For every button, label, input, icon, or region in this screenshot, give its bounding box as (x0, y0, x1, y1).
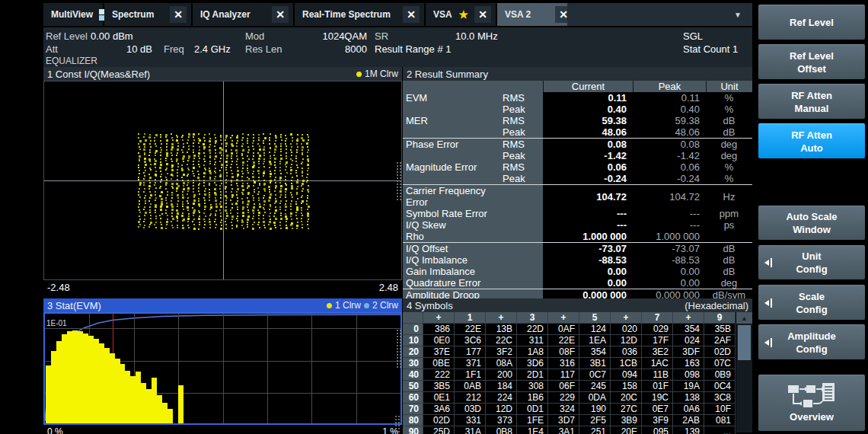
symbols-scrollbar[interactable]: ▲ (736, 312, 752, 432)
const-panel-titlebar[interactable]: 1 Const I/Q(Meas&Ref) 1M Clrw (43, 67, 402, 81)
ref-level-value[interactable]: 0.00 dBm (91, 30, 133, 42)
const-axis-min: -2.48 (47, 282, 70, 295)
summary-unit: % (706, 92, 752, 104)
att-value[interactable]: 10 dB (114, 43, 152, 55)
tab-label: Real-Time Spectrum (302, 9, 397, 20)
symbols-row: 703A603D12D0D132419027C0E70A610F (403, 404, 736, 415)
symbol-value-cell: 0AB (455, 381, 486, 392)
result-range[interactable]: Result Range # 1 (375, 43, 451, 55)
trace1-dot-icon (356, 72, 362, 77)
freq-value[interactable]: 2.4 GHz (194, 43, 231, 55)
softkey-ref-level-offset[interactable]: Ref LevelOffset (758, 44, 865, 79)
tab-vsa[interactable]: VSA★✕ (426, 3, 496, 26)
equalizer-label: EQUALIZER (46, 56, 97, 66)
softkey-rf-atten-auto[interactable]: RF AttenAuto (758, 123, 865, 158)
softkey-ref-level[interactable]: Ref Level (758, 5, 865, 40)
tab-real-time-spectrum[interactable]: Real-Time Spectrum✕ (295, 3, 424, 26)
softkey-overview[interactable]: Overview (758, 375, 865, 431)
summary-current-value: -88.53 (543, 254, 633, 266)
histogram-bar (83, 333, 88, 423)
mod-value[interactable]: 1024QAM (301, 30, 367, 42)
symbol-value-cell: 10F (704, 404, 736, 415)
symbol-value-cell: 1FE (517, 415, 548, 426)
submenu-left-arrow-icon (764, 338, 772, 347)
tab-close-icon[interactable]: ✕ (474, 6, 491, 23)
summary-unit: deg (706, 277, 752, 289)
softkey-rf-atten-manual[interactable]: RF AttenManual (758, 84, 865, 119)
summary-current-value: 104.72 (543, 191, 633, 203)
tab-overflow-dropdown[interactable]: ▼ (728, 7, 748, 22)
symbols-panel-titlebar[interactable]: 4 Symbols (Hexadecimal) (403, 298, 752, 312)
tab-close-icon[interactable]: ✕ (403, 6, 420, 23)
splitter-handle[interactable] (396, 329, 402, 369)
histogram-bar (67, 331, 72, 423)
sr-value[interactable]: 10.0 MHz (455, 30, 498, 42)
scrollbar-thumb[interactable] (738, 325, 751, 360)
symbol-value-cell: 08A (486, 358, 517, 369)
summary-current-value: 0.00 (543, 266, 633, 277)
symbols-row: 2037E1773F21A808F3540363E23DF02D (403, 346, 736, 358)
summary-param-name: I/Q Imbalance (403, 254, 503, 266)
symbol-value-cell: 354 (673, 324, 704, 335)
tab-spectrum[interactable]: Spectrum✕ (104, 3, 191, 26)
trace2-dot-icon (364, 303, 369, 308)
symbols-row-label: 50 (403, 381, 423, 392)
symbol-value-cell: 117 (548, 369, 579, 381)
tab-close-icon[interactable]: ✕ (272, 6, 289, 23)
symbol-value-cell: 2F5 (579, 415, 611, 426)
summary-unit: dB (706, 254, 752, 266)
symbol-value-cell: 200 (486, 369, 517, 381)
result-summary-table: Current Peak Unit EVMRMS0.110.11%Peak0.4… (403, 81, 752, 296)
symbol-value-cell: 02D (704, 346, 736, 358)
res-len-value[interactable]: 8000 (327, 43, 367, 55)
histogram-bar (141, 383, 146, 423)
symbol-value-cell: 0B9 (704, 369, 736, 381)
evm-histogram-plot[interactable]: 1E-01 95%: 0.19 % (43, 312, 402, 425)
symbol-value-cell: 0E7 (642, 404, 673, 415)
tab-vsa-2[interactable]: VSA 2✕ (497, 3, 576, 26)
scroll-up-icon[interactable]: ▲ (736, 312, 752, 324)
symbol-value-cell: 184 (486, 381, 517, 392)
grid-line (267, 314, 268, 423)
ref-level-label: Ref Level (46, 30, 88, 42)
symbol-value-cell: 224 (486, 392, 517, 404)
splitter-handle[interactable] (394, 415, 400, 434)
symbols-col-header: + (423, 312, 455, 324)
symbols-col-header: + (673, 312, 704, 324)
stat-panel-titlebar[interactable]: 3 Stat(EVM) 1 Clrw 2 Clrw (43, 298, 402, 312)
summary-current-value: --- (543, 219, 633, 231)
summary-param-name: Gain Imbalance (403, 266, 503, 277)
summary-panel-titlebar[interactable]: 2 Result Summary (403, 67, 752, 81)
softkey-label: Auto (800, 142, 823, 155)
mod-label: Mod (245, 30, 264, 42)
histogram-bar (157, 395, 162, 423)
summary-param-sub: RMS (503, 161, 543, 173)
summary-header-row: Current Peak Unit (403, 81, 752, 92)
symbol-value-cell: 0D1 (517, 404, 548, 415)
tab-iq-analyzer[interactable]: IQ Analyzer✕ (193, 3, 293, 26)
summary-peak-value: 59.38 (633, 115, 706, 126)
symbol-value-cell: 0DA (579, 392, 611, 404)
softkey-label: Unit (802, 250, 821, 263)
tab-multiview[interactable]: MultiView (43, 3, 103, 26)
symbol-value-cell: 2AF (704, 335, 736, 346)
softkey-scale-config[interactable]: ScaleConfig (758, 285, 865, 320)
softkey-label: Config (796, 303, 827, 316)
symbols-panel-title: 4 Symbols (407, 300, 453, 311)
symbol-value-cell: 11B (642, 369, 673, 381)
histogram-bar (104, 348, 110, 423)
symbol-value-cell: 0B8 (486, 426, 517, 434)
softkey-amplitude-config[interactable]: AmplitudeConfig (758, 324, 865, 359)
softkey-label: Overview (790, 410, 834, 423)
symbol-value-cell: 13B (486, 324, 517, 335)
softkey-label: RF Atten (791, 89, 832, 102)
softkey-auto-scale-window[interactable]: Auto ScaleWindow (758, 206, 865, 240)
splitter-handle[interactable] (396, 161, 402, 201)
summary-param-sub (503, 185, 543, 208)
symbol-value-cell: 331 (455, 415, 486, 426)
tab-close-icon[interactable]: ✕ (170, 6, 187, 23)
constellation-plot[interactable] (43, 81, 402, 280)
tab-bar-filler (567, 3, 752, 26)
summary-row: Peak0.400.40% (403, 104, 752, 115)
softkey-unit-config[interactable]: UnitConfig (758, 245, 865, 279)
